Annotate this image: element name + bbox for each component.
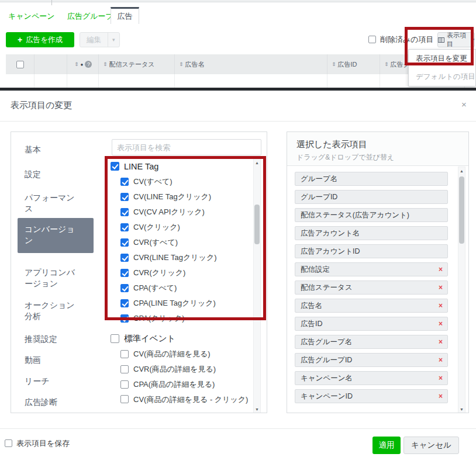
selected-chip[interactable]: グループ名	[295, 172, 448, 186]
sort-icon[interactable]: ⇕	[384, 61, 389, 67]
sort-icon[interactable]: ⇕	[179, 61, 184, 67]
checklist-item[interactable]: CV(すべて)	[120, 174, 253, 189]
apply-button[interactable]: 適用	[372, 437, 401, 454]
display-items-button[interactable]: 表示項目 ▾	[437, 32, 475, 47]
remove-icon[interactable]: ×	[439, 281, 443, 294]
scroll-up-icon[interactable]: ▲	[458, 167, 465, 175]
selected-chip[interactable]: キャンペーンID ×	[295, 389, 448, 403]
checklist-item[interactable]: CVR(商品の詳細を見る)	[120, 362, 253, 377]
sidebar-item-conversion[interactable]: コンバージョ ン	[25, 224, 75, 246]
sidebar-item-ad-diagnosis[interactable]: 広告診断	[25, 397, 57, 408]
help-icon[interactable]: ?	[85, 61, 92, 68]
cancel-button[interactable]: キャンセル	[403, 437, 459, 454]
checkbox-checked[interactable]	[120, 299, 129, 307]
remove-icon[interactable]: ×	[439, 390, 443, 403]
checklist-item[interactable]: CVR(クリック)	[120, 265, 253, 281]
checklist-item[interactable]: CV(LINE Tagクリック)	[120, 189, 253, 205]
selected-chip[interactable]: キャンペーン名 ×	[295, 371, 448, 385]
checklist-item[interactable]: CPA(クリック)	[120, 311, 253, 326]
selected-items-scrollbar[interactable]: ▲ ▼	[458, 167, 465, 413]
scroll-down-icon[interactable]: ▼	[254, 406, 260, 413]
checkbox-checked[interactable]	[111, 162, 119, 171]
checklist-item[interactable]: CVR(すべて)	[120, 235, 253, 250]
checkbox-checked[interactable]	[120, 314, 129, 323]
sort-icon[interactable]: ⇕	[74, 61, 79, 67]
selected-chip[interactable]: 広告グループ名 ×	[295, 335, 448, 349]
remove-icon[interactable]: ×	[439, 299, 443, 312]
checkbox-unchecked[interactable]	[120, 365, 129, 373]
sidebar-item-app-conversion[interactable]: アプリコンバ ージョン	[25, 267, 75, 289]
footer-divider	[0, 428, 476, 429]
search-input[interactable]	[112, 139, 261, 155]
close-icon[interactable]: ×	[461, 99, 467, 109]
checklist-item[interactable]: CPA(LINE Tagクリック)	[120, 296, 253, 311]
checklist-item[interactable]: CPA(商品の詳細を見る)	[120, 377, 253, 392]
tab-campaign[interactable]: キャンペーン	[8, 9, 55, 24]
menu-item-change-display-items[interactable]: 表示項目を変更	[409, 50, 475, 68]
create-ad-button[interactable]: + 広告を作成	[6, 32, 74, 47]
checkbox-checked[interactable]	[120, 254, 129, 262]
header-cell-status-icons: ⇕ ● ?	[67, 54, 99, 74]
selected-chip[interactable]: 広告ID ×	[295, 317, 448, 331]
header-cell-ad-name[interactable]: ⇕ 広告名	[175, 54, 327, 74]
checklist-item[interactable]: CVR(LINE Tagクリック)	[120, 250, 253, 265]
selected-chip[interactable]: 広告アカウント名	[295, 226, 448, 240]
selected-chip[interactable]: 配信ステータス ×	[295, 281, 448, 295]
scrollbar-thumb[interactable]	[254, 205, 260, 244]
remove-icon[interactable]: ×	[439, 263, 443, 276]
checkbox-unchecked[interactable]	[120, 395, 129, 403]
checklist-item[interactable]: CV(商品の詳細を見る - クリック)	[120, 392, 253, 405]
sidebar-item-video[interactable]: 動画	[25, 355, 41, 366]
remove-icon[interactable]: ×	[439, 335, 443, 348]
scrollbar-thumb[interactable]	[459, 176, 464, 244]
checkbox-checked[interactable]	[120, 193, 129, 201]
tab-ad[interactable]: 広告	[111, 7, 139, 24]
checklist-item[interactable]: CV(CV APIクリック)	[120, 205, 253, 220]
checklist-scrollbar[interactable]: ▲ ▼	[253, 158, 261, 413]
sidebar-item-basic[interactable]: 基本	[25, 144, 41, 155]
checkbox-checked[interactable]	[120, 223, 129, 231]
edit-caret-button[interactable]: ▾	[108, 33, 119, 47]
checkbox-unchecked[interactable]	[120, 350, 129, 358]
menu-item-default-items[interactable]: デフォルトの項目	[409, 68, 475, 86]
checkbox-unchecked[interactable]	[120, 380, 129, 389]
checkbox-checked[interactable]	[120, 178, 129, 186]
checkbox-checked[interactable]	[120, 284, 129, 292]
header-cell-delivery-status[interactable]: ⇕ 配信ステータス	[99, 54, 175, 74]
deleted-items-checkbox[interactable]	[368, 36, 376, 43]
remove-icon[interactable]: ×	[439, 354, 443, 366]
selected-chip[interactable]: グループID	[295, 190, 448, 204]
checkbox-checked[interactable]	[120, 238, 129, 247]
edit-split-button[interactable]: 編集 ▾	[80, 32, 120, 47]
remove-icon[interactable]: ×	[439, 317, 443, 330]
checklist-item[interactable]: CV(商品の詳細を見る)	[120, 347, 253, 362]
sidebar-item-performance[interactable]: パフォーマン ス	[25, 192, 75, 214]
checkbox-checked[interactable]	[120, 208, 129, 216]
save-display-items-checkbox[interactable]	[5, 439, 12, 447]
sidebar-item-auction-analysis[interactable]: オークション 分析	[25, 300, 75, 322]
sidebar-item-recommended-settings[interactable]: 推奨設定	[25, 334, 57, 345]
sort-icon[interactable]: ⇕	[103, 61, 108, 67]
checkbox-unchecked[interactable]	[111, 334, 119, 343]
checklist-item[interactable]: CV(クリック)	[120, 220, 253, 235]
selected-chip[interactable]: 広告グループID ×	[295, 353, 448, 367]
remove-icon[interactable]: ×	[439, 372, 443, 385]
selected-chip[interactable]: 広告名 ×	[295, 299, 448, 313]
header-cell-preview	[35, 54, 67, 74]
scroll-down-icon[interactable]: ▼	[458, 406, 465, 413]
scroll-up-icon[interactable]: ▲	[254, 159, 260, 167]
checkbox-checked[interactable]	[120, 269, 129, 277]
sidebar-item-settings[interactable]: 設定	[25, 169, 41, 180]
selected-chip[interactable]: 配信ステータス(広告アカウント)	[295, 208, 448, 222]
tab-ad-group[interactable]: 広告グループ	[67, 9, 113, 24]
select-all-checkbox[interactable]	[16, 61, 24, 68]
edit-button-label[interactable]: 編集	[80, 33, 108, 47]
sidebar-item-reach[interactable]: リーチ	[25, 376, 50, 387]
checklist-item[interactable]: CPA(すべて)	[120, 281, 253, 296]
sort-icon[interactable]: ⇕	[332, 61, 336, 67]
selected-chip[interactable]: 広告アカウントID	[295, 244, 448, 258]
checklist-group-line-tag[interactable]: LINE Tag	[111, 158, 253, 174]
checklist-group-standard-events[interactable]: 標準イベント	[111, 331, 253, 347]
selected-chip[interactable]: 配信設定 ×	[295, 262, 448, 276]
header-cell-ad-id[interactable]: ⇕ 広告ID	[327, 54, 380, 74]
